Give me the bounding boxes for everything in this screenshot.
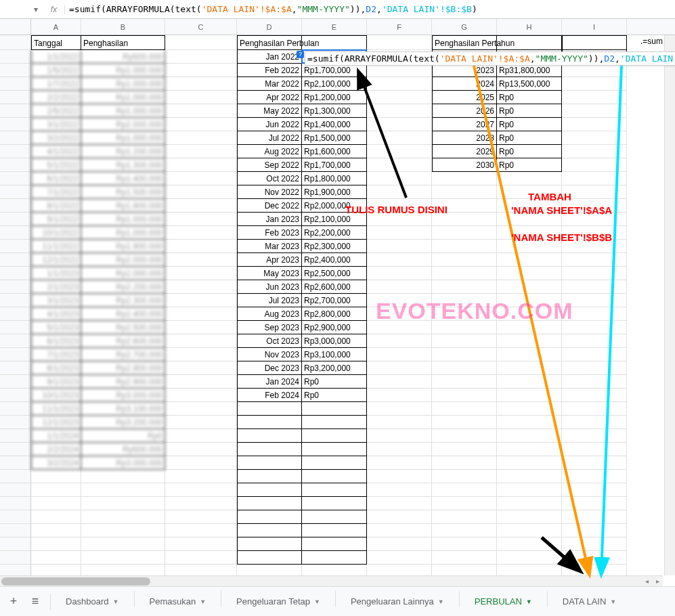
cell[interactable]: 2024 bbox=[432, 77, 497, 91]
cell[interactable]: Rp2,500,000 bbox=[302, 267, 367, 280]
cell[interactable] bbox=[367, 537, 432, 551]
cell[interactable]: Rp1.000.000 bbox=[81, 91, 165, 104]
cell[interactable] bbox=[562, 118, 627, 131]
cell[interactable]: Rp0 bbox=[302, 375, 367, 389]
cell[interactable]: Rp2.600.000 bbox=[81, 334, 165, 348]
cell[interactable] bbox=[367, 348, 432, 361]
row-header[interactable] bbox=[0, 145, 31, 158]
cell[interactable] bbox=[165, 443, 237, 456]
cell[interactable]: Rp500.000 bbox=[81, 443, 165, 456]
cell[interactable]: Mar 2023 bbox=[237, 240, 302, 253]
cell[interactable] bbox=[165, 348, 237, 361]
row-header[interactable] bbox=[0, 537, 31, 551]
cell[interactable] bbox=[432, 226, 497, 240]
row-header[interactable] bbox=[0, 172, 31, 185]
cell[interactable] bbox=[562, 443, 627, 456]
cell[interactable]: 11/1/2023 bbox=[31, 402, 81, 416]
cell[interactable] bbox=[367, 510, 432, 524]
cell[interactable] bbox=[432, 307, 497, 321]
cell[interactable] bbox=[165, 267, 237, 280]
row-header[interactable] bbox=[0, 524, 31, 537]
cell[interactable] bbox=[367, 524, 432, 537]
cell[interactable] bbox=[562, 524, 627, 537]
cell[interactable] bbox=[432, 443, 497, 456]
cell[interactable] bbox=[165, 402, 237, 416]
row-header[interactable] bbox=[0, 551, 31, 565]
cell[interactable] bbox=[562, 145, 627, 158]
cell[interactable] bbox=[497, 551, 562, 565]
cell[interactable]: 10/1/2023 bbox=[31, 389, 81, 402]
cell[interactable] bbox=[367, 389, 432, 402]
cell[interactable] bbox=[562, 416, 627, 429]
cell[interactable]: Rp2.900.000 bbox=[81, 375, 165, 389]
cell[interactable]: 11/1/2022 bbox=[31, 240, 81, 253]
cell[interactable] bbox=[367, 456, 432, 470]
cell[interactable] bbox=[165, 537, 237, 551]
row-header[interactable] bbox=[0, 321, 31, 334]
cell[interactable] bbox=[432, 375, 497, 389]
spreadsheet-grid[interactable]: TanggalPenghasilanPenghasilan PerbulanPe… bbox=[0, 35, 675, 585]
cell[interactable] bbox=[497, 443, 562, 456]
cell[interactable] bbox=[562, 402, 627, 416]
cell[interactable]: Rp1.000.000 bbox=[81, 64, 165, 77]
cell[interactable]: Rp1.500.000 bbox=[81, 185, 165, 199]
cell[interactable] bbox=[165, 375, 237, 389]
cell[interactable] bbox=[562, 253, 627, 267]
cell[interactable]: Jan 2022 bbox=[237, 50, 302, 64]
cell[interactable]: Rp13,500,000 bbox=[497, 77, 562, 91]
cell[interactable] bbox=[367, 307, 432, 321]
row-header[interactable] bbox=[0, 118, 31, 131]
cell[interactable] bbox=[31, 510, 81, 524]
cell[interactable]: Rp0 bbox=[497, 158, 562, 172]
cell[interactable] bbox=[432, 551, 497, 565]
cell[interactable] bbox=[165, 185, 237, 199]
col-header-H[interactable]: H bbox=[497, 19, 562, 35]
cell[interactable] bbox=[367, 35, 432, 50]
cell[interactable] bbox=[432, 537, 497, 551]
cell[interactable] bbox=[497, 510, 562, 524]
chevron-down-icon[interactable]: ▼ bbox=[610, 598, 616, 605]
cell[interactable]: 2/1/2023 bbox=[31, 280, 81, 294]
cell[interactable] bbox=[497, 199, 562, 213]
cell[interactable]: Rp2.000.000 bbox=[81, 267, 165, 280]
cell[interactable] bbox=[562, 456, 627, 470]
cell[interactable] bbox=[367, 321, 432, 334]
cell[interactable] bbox=[165, 145, 237, 158]
cell[interactable] bbox=[165, 429, 237, 443]
row-header[interactable] bbox=[0, 497, 31, 510]
cell[interactable] bbox=[432, 321, 497, 334]
cell[interactable] bbox=[497, 294, 562, 307]
cell[interactable]: Rp2,900,000 bbox=[302, 321, 367, 334]
row-header[interactable] bbox=[0, 185, 31, 199]
cell[interactable] bbox=[562, 199, 627, 213]
cell[interactable]: Rp1.400.000 bbox=[81, 172, 165, 185]
chevron-down-icon[interactable]: ▼ bbox=[314, 598, 320, 605]
cell[interactable]: Rp2,000,000 bbox=[302, 199, 367, 213]
cell[interactable] bbox=[165, 172, 237, 185]
cell[interactable] bbox=[497, 416, 562, 429]
cell[interactable] bbox=[432, 294, 497, 307]
cell[interactable]: 2/5/2022 bbox=[31, 104, 81, 118]
cell[interactable] bbox=[367, 213, 432, 226]
cell[interactable] bbox=[165, 483, 237, 497]
row-header[interactable] bbox=[0, 199, 31, 213]
cell[interactable] bbox=[432, 361, 497, 375]
cell[interactable] bbox=[562, 213, 627, 226]
cell[interactable] bbox=[302, 443, 367, 456]
row-header[interactable] bbox=[0, 213, 31, 226]
cell[interactable] bbox=[367, 497, 432, 510]
cell[interactable] bbox=[432, 199, 497, 213]
cell[interactable]: 2029 bbox=[432, 145, 497, 158]
formula-hint-icon[interactable]: ? bbox=[297, 51, 304, 58]
cell[interactable]: 4/1/2023 bbox=[31, 307, 81, 321]
cell[interactable] bbox=[497, 348, 562, 361]
cell[interactable] bbox=[367, 375, 432, 389]
col-header-E[interactable]: E bbox=[302, 19, 367, 35]
sheet-tab-pengeluaran-tetap[interactable]: Pengeluaran Tetap▼ bbox=[227, 591, 330, 612]
cell[interactable] bbox=[497, 35, 562, 50]
row-header[interactable] bbox=[0, 348, 31, 361]
cell[interactable] bbox=[165, 91, 237, 104]
cell[interactable] bbox=[165, 131, 237, 145]
cell[interactable]: Rp2,400,000 bbox=[302, 253, 367, 267]
cell[interactable] bbox=[367, 294, 432, 307]
